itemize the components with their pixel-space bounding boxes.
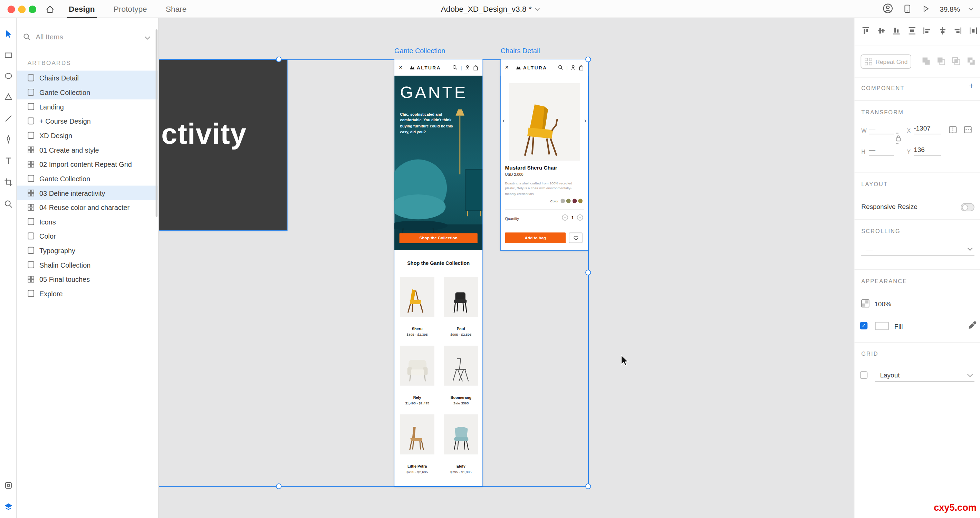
product-card-sheru[interactable]: Sheru$895 - $2,395 bbox=[400, 277, 434, 346]
boolean-subtract-icon[interactable] bbox=[936, 56, 945, 66]
boolean-intersect-icon[interactable] bbox=[951, 56, 961, 66]
color-swatch[interactable] bbox=[578, 199, 582, 203]
align-right-button[interactable] bbox=[953, 26, 962, 36]
product-card-rely[interactable]: Rely$1,495 - $2,495 bbox=[400, 346, 434, 415]
grid-type-select[interactable]: Layout bbox=[875, 368, 974, 382]
color-swatch[interactable] bbox=[566, 199, 571, 203]
sidebar-item-05-final-touches[interactable]: 05 Final touches bbox=[17, 272, 158, 286]
tab-prototype[interactable]: Prototype bbox=[114, 0, 147, 18]
selection-handle-bottom[interactable] bbox=[276, 483, 282, 489]
sidebar-item-chairs-detail[interactable]: Chairs Detail bbox=[17, 71, 158, 85]
zoom-chevron-icon[interactable] bbox=[969, 6, 973, 10]
line-tool[interactable] bbox=[3, 113, 13, 123]
artboard-gante-collection[interactable]: × ALTURA | bbox=[395, 59, 482, 486]
selection-handle-top-right[interactable] bbox=[585, 57, 591, 62]
repeat-grid-button[interactable]: Repeat Grid bbox=[861, 54, 911, 69]
boolean-exclude-icon[interactable] bbox=[966, 56, 975, 66]
carousel-prev-arrow[interactable]: ‹ bbox=[503, 117, 504, 124]
carousel-next-arrow[interactable]: › bbox=[584, 117, 586, 124]
fill-checkbox[interactable]: ✓ bbox=[860, 322, 868, 329]
height-input[interactable]: — bbox=[869, 146, 894, 156]
lock-aspect-ratio-icon[interactable] bbox=[894, 133, 902, 145]
sidebar-item-gante-collection[interactable]: Gante Collection bbox=[17, 85, 158, 100]
pen-tool[interactable] bbox=[3, 134, 13, 145]
sidebar-item-color[interactable]: Color bbox=[17, 229, 158, 243]
tab-design[interactable]: Design bbox=[69, 0, 95, 18]
ellipse-tool[interactable] bbox=[3, 71, 13, 81]
eyedropper-icon[interactable] bbox=[968, 321, 977, 329]
polygon-tool[interactable] bbox=[3, 92, 13, 102]
add-to-bag-button[interactable]: Add to bag bbox=[505, 232, 566, 243]
altura-logo[interactable]: ALTURA bbox=[409, 65, 441, 70]
close-icon[interactable]: × bbox=[505, 64, 509, 70]
user-icon[interactable] bbox=[465, 65, 470, 70]
sidebar-item-01-create-and-style[interactable]: 01 Create and style bbox=[17, 143, 158, 157]
align-bottom-button[interactable] bbox=[892, 26, 901, 36]
play-preview-icon[interactable] bbox=[922, 4, 930, 14]
opacity-control[interactable]: 100% bbox=[861, 299, 891, 308]
user-icon[interactable] bbox=[571, 65, 576, 70]
product-card-elefy[interactable]: Elefy$795 - $1,995 bbox=[444, 415, 478, 483]
flip-vertical-icon[interactable] bbox=[963, 125, 972, 134]
distribute-horizontal-button[interactable] bbox=[969, 26, 978, 36]
sidebar-item-explore[interactable]: Explore bbox=[17, 286, 158, 301]
sidebar-item-icons[interactable]: Icons bbox=[17, 215, 158, 229]
artboard-define-interactivity[interactable]: ctivity bbox=[159, 59, 287, 230]
bag-icon[interactable] bbox=[473, 65, 478, 70]
sidebar-item-shalin-collection[interactable]: Shalin Collection bbox=[17, 257, 158, 272]
document-title[interactable]: Adobe_XD_Design_v3.8 * bbox=[441, 0, 539, 18]
sidebar-item-typography[interactable]: Typography bbox=[17, 243, 158, 257]
fill-color-swatch[interactable] bbox=[875, 322, 889, 330]
artboard-label-gante-collection[interactable]: Gante Collection bbox=[395, 47, 445, 54]
zoom-tool[interactable] bbox=[3, 199, 13, 209]
artboard-label-chairs-detail[interactable]: Chairs Detail bbox=[501, 47, 540, 54]
zoom-level[interactable]: 39.8% bbox=[940, 5, 960, 13]
align-center-button[interactable] bbox=[938, 26, 947, 36]
layers-filter-dropdown[interactable]: All Items bbox=[23, 29, 153, 44]
sidebar-item-03-define-interactivity[interactable]: 03 Define interactivity bbox=[17, 186, 158, 200]
selection-handle-right[interactable] bbox=[585, 270, 591, 275]
sidebar-item-course-design[interactable]: + Course Design bbox=[17, 114, 158, 128]
plugins-icon[interactable] bbox=[3, 480, 13, 490]
align-left-button[interactable] bbox=[923, 26, 932, 36]
add-component-button[interactable]: + bbox=[969, 81, 974, 90]
artboard-tool[interactable] bbox=[3, 177, 13, 187]
selection-handle-top[interactable] bbox=[276, 57, 282, 62]
sidebar-item-04-reuse-color-and-character[interactable]: 04 Reuse color and character bbox=[17, 200, 158, 215]
product-card-little-petra[interactable]: Little Petra$795 - $2,695 bbox=[400, 415, 434, 483]
select-tool[interactable] bbox=[3, 29, 13, 39]
sidebar-item-landing[interactable]: Landing bbox=[17, 100, 158, 114]
flip-horizontal-icon[interactable] bbox=[948, 125, 958, 134]
product-card-pouf[interactable]: Pouf$995 - $2,595 bbox=[444, 277, 478, 346]
home-icon[interactable] bbox=[45, 5, 55, 17]
design-canvas[interactable]: ctivity Gante Collection Chairs Detail ×… bbox=[159, 18, 854, 518]
search-icon[interactable] bbox=[558, 65, 563, 70]
device-preview-icon[interactable] bbox=[903, 3, 912, 15]
boolean-add-icon[interactable] bbox=[921, 56, 931, 66]
sidebar-item-02-import-content-repeat-grid[interactable]: 02 Import content Repeat Grid bbox=[17, 157, 158, 171]
quantity-decrease-button[interactable]: − bbox=[562, 215, 568, 221]
y-position-input[interactable]: 136 bbox=[914, 146, 941, 156]
distribute-vertical-button[interactable] bbox=[907, 26, 916, 36]
artboard-chairs-detail[interactable]: × ALTURA | ‹ › bbox=[501, 59, 588, 250]
altura-logo[interactable]: ALTURA bbox=[515, 65, 547, 70]
shop-collection-button[interactable]: Shop the Collection bbox=[399, 233, 477, 243]
color-swatch[interactable] bbox=[572, 199, 577, 203]
scrolling-select[interactable]: — bbox=[861, 242, 974, 256]
text-tool[interactable] bbox=[3, 156, 13, 166]
width-input[interactable]: — bbox=[869, 124, 894, 134]
responsive-resize-toggle[interactable] bbox=[961, 203, 974, 211]
close-icon[interactable]: × bbox=[399, 64, 402, 70]
align-top-button[interactable] bbox=[861, 26, 870, 36]
search-icon[interactable] bbox=[453, 65, 458, 70]
grid-checkbox[interactable] bbox=[860, 371, 868, 379]
align-middle-button[interactable] bbox=[877, 26, 886, 36]
bag-icon[interactable] bbox=[579, 65, 584, 70]
product-card-boomerang[interactable]: BoomerangSale $595 bbox=[444, 346, 478, 415]
close-window-button[interactable] bbox=[8, 5, 15, 13]
wishlist-button[interactable] bbox=[569, 232, 582, 243]
quantity-increase-button[interactable]: + bbox=[577, 215, 583, 221]
panel-scrollbar[interactable] bbox=[156, 29, 158, 217]
rectangle-tool[interactable] bbox=[3, 50, 13, 60]
minimize-window-button[interactable] bbox=[18, 5, 25, 13]
